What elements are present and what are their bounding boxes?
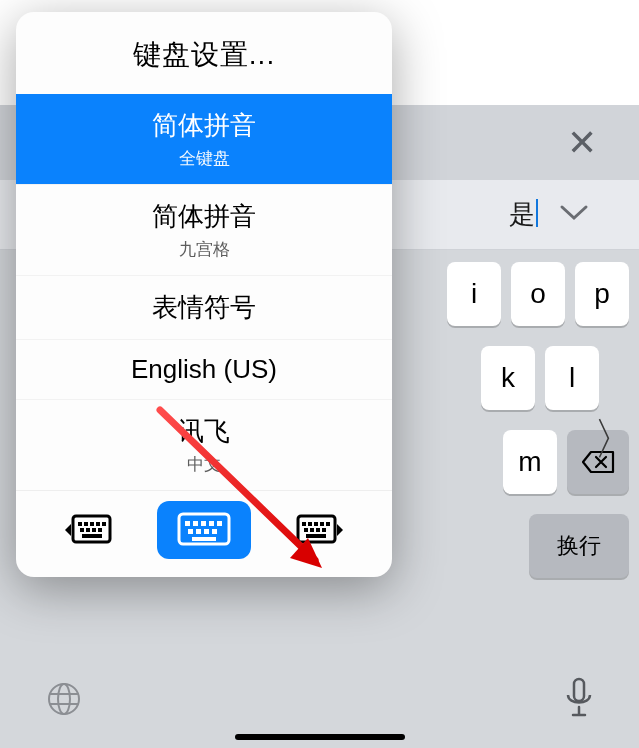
dock-left-button[interactable] xyxy=(53,504,123,556)
option-subtitle: 全键盘 xyxy=(16,147,392,170)
chevron-down-icon[interactable] xyxy=(559,203,589,227)
option-title: 讯飞 xyxy=(178,416,230,446)
svg-rect-17 xyxy=(193,521,198,526)
keyboard-option-iflytek[interactable]: 讯飞 中文 xyxy=(16,399,392,490)
key-i[interactable]: i xyxy=(447,262,501,326)
return-key[interactable]: 换行 xyxy=(529,514,629,578)
svg-rect-6 xyxy=(84,522,88,526)
svg-rect-32 xyxy=(304,528,308,532)
option-title: 表情符号 xyxy=(152,292,256,322)
svg-rect-30 xyxy=(320,522,324,526)
option-title: 简体拼音 xyxy=(152,201,256,231)
dictation-icon[interactable] xyxy=(563,677,595,725)
svg-rect-7 xyxy=(90,522,94,526)
bottom-bar xyxy=(0,662,639,748)
key-k[interactable]: k xyxy=(481,346,535,410)
keyboard-option-pinyin-full[interactable]: 简体拼音 全键盘 xyxy=(16,94,392,184)
svg-point-1 xyxy=(49,684,79,714)
svg-rect-36 xyxy=(306,534,326,538)
home-indicator[interactable] xyxy=(235,734,405,740)
svg-rect-19 xyxy=(209,521,214,526)
svg-rect-21 xyxy=(188,529,193,534)
suggestion-text[interactable]: 是 xyxy=(509,197,535,232)
dock-right-button[interactable] xyxy=(285,504,355,556)
keyboard-switcher-popover: 键盘设置... 简体拼音 全键盘 简体拼音 九宫格 表情符号 English (… xyxy=(16,12,392,577)
key-m[interactable]: m xyxy=(503,430,557,494)
svg-rect-8 xyxy=(96,522,100,526)
svg-rect-20 xyxy=(217,521,222,526)
svg-rect-25 xyxy=(192,537,216,541)
option-subtitle: 中文 xyxy=(16,453,392,476)
svg-rect-35 xyxy=(322,528,326,532)
svg-rect-28 xyxy=(308,522,312,526)
svg-rect-11 xyxy=(86,528,90,532)
svg-rect-4 xyxy=(73,516,110,542)
key-l[interactable]: l xyxy=(545,346,599,410)
svg-rect-34 xyxy=(316,528,320,532)
svg-rect-24 xyxy=(212,529,217,534)
option-title: 简体拼音 xyxy=(152,110,256,140)
svg-rect-22 xyxy=(196,529,201,534)
svg-rect-13 xyxy=(98,528,102,532)
svg-rect-14 xyxy=(82,534,102,538)
svg-rect-16 xyxy=(185,521,190,526)
side-forward-icon[interactable]: 〉 xyxy=(593,410,637,469)
popover-footer xyxy=(16,490,392,577)
option-subtitle: 九宫格 xyxy=(16,238,392,261)
keyboard-option-english-us[interactable]: English (US) xyxy=(16,339,392,399)
key-p[interactable]: p xyxy=(575,262,629,326)
svg-rect-31 xyxy=(326,522,330,526)
option-title: English (US) xyxy=(131,354,277,384)
svg-rect-23 xyxy=(204,529,209,534)
keyboard-option-emoji[interactable]: 表情符号 xyxy=(16,275,392,339)
svg-rect-29 xyxy=(314,522,318,526)
keyboard-option-pinyin-9grid[interactable]: 简体拼音 九宫格 xyxy=(16,184,392,275)
key-o[interactable]: o xyxy=(511,262,565,326)
popover-title[interactable]: 键盘设置... xyxy=(16,12,392,94)
close-icon[interactable]: ✕ xyxy=(567,122,597,164)
svg-rect-27 xyxy=(302,522,306,526)
svg-rect-33 xyxy=(310,528,314,532)
svg-point-2 xyxy=(58,684,70,714)
svg-rect-5 xyxy=(78,522,82,526)
svg-rect-18 xyxy=(201,521,206,526)
svg-rect-10 xyxy=(80,528,84,532)
svg-rect-12 xyxy=(92,528,96,532)
globe-icon[interactable] xyxy=(44,679,84,723)
svg-rect-3 xyxy=(574,679,584,701)
dock-center-button[interactable] xyxy=(157,501,251,559)
svg-rect-9 xyxy=(102,522,106,526)
